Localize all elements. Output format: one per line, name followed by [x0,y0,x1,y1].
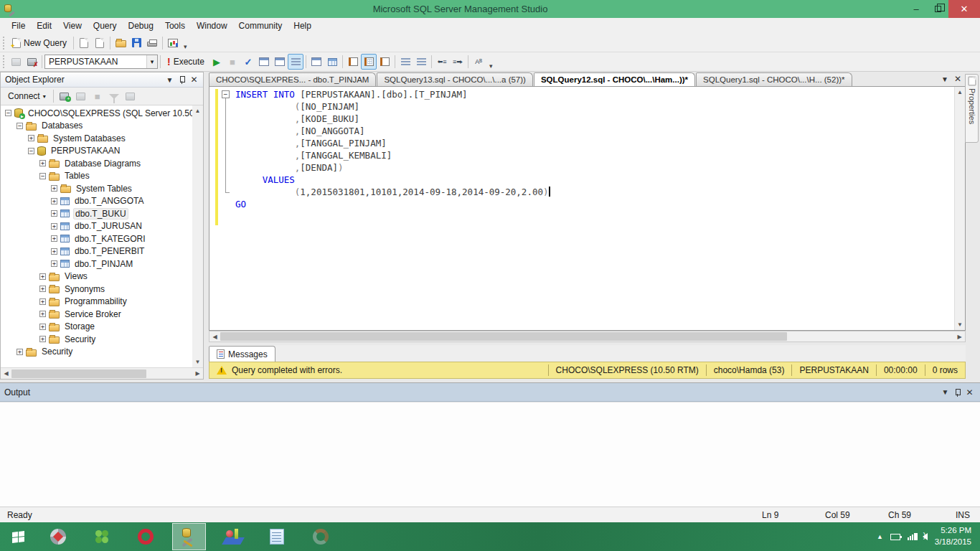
code-line[interactable]: (1,2015031801,10101,2014-09-18,2014-09-2… [235,186,954,198]
menu-item-view[interactable]: View [57,19,88,32]
taskbar-clock[interactable]: 5:26 PM 3/18/2015 [935,525,971,547]
scroll-left-icon[interactable]: ◀ [209,334,220,340]
menu-item-help[interactable]: Help [288,19,317,32]
code-line[interactable]: ([NO_PINJAM] [235,100,954,113]
tree-item-security[interactable]: +Security [1,346,192,359]
close-panel-icon[interactable]: ✕ [963,387,976,398]
shuriken-app-icon[interactable] [41,523,75,550]
tree-item-dbo-t-buku[interactable]: +dbo.T_BUKU [1,207,192,220]
tree-item-service-broker[interactable]: +Service Broker [1,308,192,321]
menu-item-window[interactable]: Window [191,19,233,32]
tab-document[interactable]: SQLQuery13.sql - CHOCO\...\...a (57)) [377,72,532,86]
tree-item-views[interactable]: +Views [1,270,192,283]
menu-item-tools[interactable]: Tools [159,19,191,32]
code-line[interactable]: VALUES [235,174,954,186]
tree-item-system-tables[interactable]: +System Tables [1,182,192,195]
save-button[interactable] [128,35,144,51]
collapse-icon[interactable]: − [17,123,23,129]
toolbar-overflow-icon[interactable]: ▾ [181,43,190,50]
tree-item-security[interactable]: +Security [1,333,192,346]
disconnect-button[interactable] [73,88,89,104]
intellisense-enabled-button[interactable] [288,54,303,70]
toolbar-grip[interactable] [2,55,6,68]
minimize-button[interactable]: – [905,0,927,18]
expand-icon[interactable]: + [39,286,46,292]
scroll-right-icon[interactable]: ▶ [954,334,965,340]
close-document-icon[interactable]: ✕ [954,74,961,84]
results-to-grid-button[interactable] [361,54,377,70]
analysis-services-query-button[interactable] [92,35,108,51]
ssms-taskbar-icon[interactable] [172,523,206,550]
uncomment-button[interactable] [413,54,429,70]
scroll-right-icon[interactable]: ▶ [192,370,203,377]
tree-item-perpustakaan[interactable]: −PERPUSTAKAAN [1,145,192,158]
scroll-up-icon[interactable]: ▲ [195,105,201,116]
editor-vertical-scrollbar[interactable]: ▲ ▼ [954,87,965,330]
tree-item-tables[interactable]: −Tables [1,170,192,183]
chart-app-icon[interactable] [216,523,250,550]
debug-button[interactable]: ▶ [209,54,225,70]
tab-document[interactable]: CHOCO\SQLEXPRES... - dbo.T_PINJAM [209,72,376,86]
menu-item-query[interactable]: Query [88,19,123,32]
toolbar-grip[interactable] [2,37,6,50]
expand-icon[interactable]: + [51,235,57,242]
database-engine-query-button[interactable] [76,35,92,51]
execute-button[interactable]: !Execute [163,54,209,70]
combobox-dropdown-icon[interactable]: ▾ [146,55,157,68]
tree-item-synonyms[interactable]: +Synonyms [1,283,192,296]
stop-button[interactable]: ■ [90,88,105,104]
tab-active[interactable]: SQLQuery12.sql - CHOCO\...\Ham...))* [534,72,695,86]
expand-icon[interactable]: + [51,198,57,204]
toolbar-overflow-icon[interactable]: ▾ [486,62,496,70]
sql-editor[interactable]: − INSERT INTO [PERPUSTAKAAN].[dbo].[T_PI… [209,86,966,331]
tree-item-storage[interactable]: +Storage [1,321,192,334]
tree-item-choco-sqlexpress-sql-server-10-50-16[interactable]: −▶CHOCO\SQLEXPRESS (SQL Server 10.50.16 [1,107,192,120]
menu-item-debug[interactable]: Debug [123,19,159,32]
decrease-indent-button[interactable]: ⬅≡ [434,54,450,70]
tree-item-database-diagrams[interactable]: +Database Diagrams [1,157,192,170]
collapse-icon[interactable]: − [39,173,46,179]
scroll-down-icon[interactable]: ▼ [957,319,963,330]
expand-icon[interactable]: + [51,223,57,230]
expand-icon[interactable]: + [17,349,23,355]
menu-item-edit[interactable]: Edit [31,19,57,32]
tree-item-programmability[interactable]: +Programmability [1,296,192,309]
change-connection-button[interactable] [8,54,24,70]
results-to-file-button[interactable] [377,54,392,70]
expand-icon[interactable]: + [51,210,57,217]
estimated-plan-button[interactable] [256,54,272,70]
start-button[interactable] [0,522,36,551]
connect-button[interactable]: Connect▾ [4,90,50,103]
code-line[interactable]: ,[DENDA]) [235,161,954,174]
tree-item-dbo-t-jurusan[interactable]: +dbo.T_JURUSAN [1,220,192,233]
tree-item-dbo-t-kategori[interactable]: +dbo.T_KATEGORI [1,232,192,245]
connect-object-explorer-button[interactable]: + [57,88,72,104]
code-line[interactable]: ,[NO_ANGGOTA] [235,125,954,137]
expand-icon[interactable]: + [39,336,46,342]
client-statistics-button[interactable] [324,54,340,70]
tab-messages[interactable]: Messages [209,346,275,362]
query-options-button[interactable] [272,54,288,70]
restore-button[interactable] [927,0,948,18]
tree-vertical-scrollbar[interactable]: ▲ ▼ [192,105,203,367]
auto-hide-pin-icon[interactable] [176,74,188,85]
window-position-icon[interactable]: ▼ [164,74,176,85]
tab-list-dropdown-icon[interactable]: ▼ [941,75,948,83]
window-position-icon[interactable]: ▼ [939,387,951,398]
code-line[interactable]: ,[TANGGAL_KEMBALI] [235,149,954,161]
hidden-icons-chevron[interactable]: ▲ [877,533,883,540]
tree-horizontal-scrollbar[interactable]: ◀ ▶ [1,367,203,379]
scroll-thumb[interactable] [11,369,146,378]
auto-hide-pin-icon[interactable] [951,387,963,398]
loading-app-icon[interactable] [303,523,337,550]
clover-app-icon[interactable] [85,523,118,550]
cancel-query-button[interactable]: ■ [225,54,240,70]
collapse-icon[interactable]: − [28,148,34,154]
collapse-icon[interactable]: − [5,110,11,116]
code-line[interactable]: ,[TANGGAL_PINJAM] [235,137,954,149]
menu-item-file[interactable]: File [6,19,31,32]
actual-plan-button[interactable] [308,54,324,70]
scroll-left-icon[interactable]: ◀ [1,370,11,377]
print-button[interactable] [144,35,160,51]
new-query-button[interactable]: ✦New Query [8,36,71,50]
